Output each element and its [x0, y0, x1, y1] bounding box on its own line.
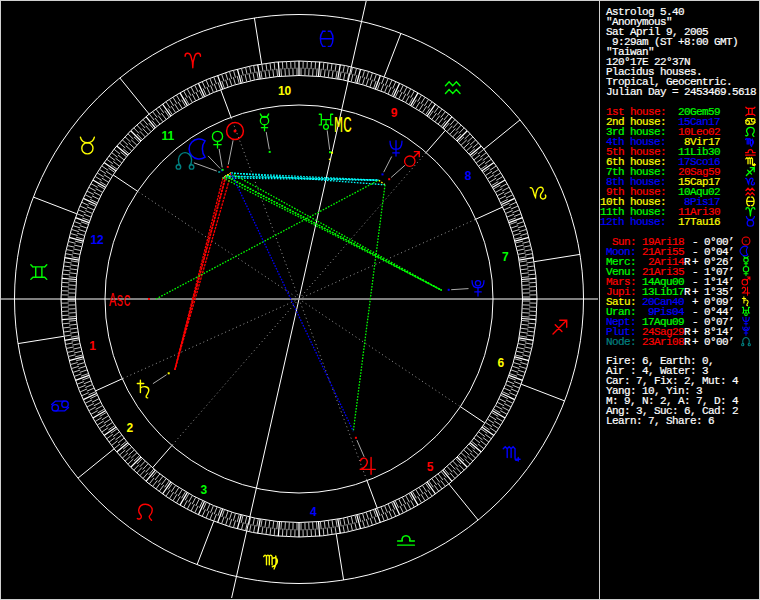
- svg-text:12: 12: [90, 233, 104, 247]
- svg-text:Julian Day = 2453469.5618: Julian Day = 2453469.5618: [606, 86, 756, 98]
- svg-text:R: R: [684, 286, 691, 298]
- svg-text:3: 3: [200, 483, 207, 497]
- svg-text:+ 0°00’: + 0°00’: [692, 336, 734, 348]
- svg-text:4: 4: [310, 505, 317, 519]
- svg-text:9: 9: [391, 106, 398, 120]
- svg-text:MC: MC: [334, 113, 352, 139]
- svg-text:R: R: [684, 256, 691, 268]
- svg-text:8: 8: [465, 169, 472, 183]
- svg-text:12th house:: 12th house:: [600, 216, 666, 228]
- svg-text:6: 6: [498, 356, 505, 370]
- svg-text:5: 5: [427, 460, 434, 474]
- svg-text:1: 1: [89, 339, 96, 353]
- svg-text:7: 7: [502, 250, 509, 264]
- svg-text:10: 10: [278, 84, 292, 98]
- svg-text:11: 11: [162, 129, 175, 143]
- svg-text:17Tau16: 17Tau16: [678, 216, 720, 228]
- svg-text:2: 2: [126, 421, 133, 435]
- svg-text:Asc: Asc: [109, 288, 131, 311]
- svg-text:Node:: Node:: [606, 336, 636, 348]
- svg-text:23Ari08: 23Ari08: [642, 336, 684, 348]
- svg-text:Learn: 7, Share: 6: Learn: 7, Share: 6: [606, 415, 714, 427]
- svg-text:R: R: [684, 336, 691, 348]
